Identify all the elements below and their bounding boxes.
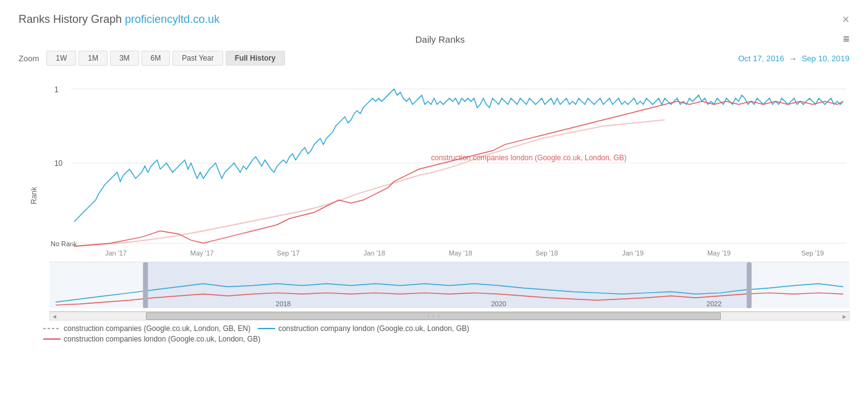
svg-text:No Rank: No Rank: [51, 240, 77, 247]
svg-rect-19: [747, 262, 752, 308]
legend-label-3: construction company london (Google.co.u…: [278, 324, 469, 333]
zoom-btn-3m[interactable]: 3M: [110, 51, 139, 66]
svg-text:construction companies london : construction companies london (Google.co…: [431, 153, 626, 162]
svg-text:2018: 2018: [276, 300, 291, 307]
legend-line-red: [43, 338, 61, 340]
legend-label-2: construction companies london (Google.co…: [64, 335, 260, 343]
domain-link[interactable]: proficiencyltd.co.uk: [125, 13, 219, 25]
zoom-row: Zoom 1W 1M 3M 6M Past Year Full History …: [19, 51, 849, 66]
zoom-label: Zoom: [19, 54, 39, 63]
legend-area: construction companies (Google.co.uk, Lo…: [19, 324, 849, 343]
chart-title: Daily Ranks: [37, 34, 843, 45]
scrollbar-thumb[interactable]: ⋮⋮⋮: [146, 312, 721, 320]
chart-svg: 1 10 No Rank Jan '17 May '17 Sep '17 Jan…: [49, 71, 849, 262]
svg-text:2020: 2020: [491, 300, 506, 307]
legend-line-blue: [258, 328, 275, 329]
svg-text:Jan '17: Jan '17: [105, 249, 127, 257]
zoom-btn-1m[interactable]: 1M: [79, 51, 108, 66]
hamburger-icon[interactable]: ≡: [843, 33, 849, 46]
legend-row-2: construction companies london (Google.co…: [43, 335, 849, 343]
zoom-btn-full-history[interactable]: Full History: [226, 51, 285, 66]
svg-text:May '17: May '17: [190, 249, 214, 257]
svg-text:Jan '19: Jan '19: [622, 249, 644, 257]
svg-text:Jan '18: Jan '18: [364, 249, 385, 257]
main-container: Ranks History Graph proficiencyltd.co.uk…: [0, 0, 868, 417]
zoom-controls: Zoom 1W 1M 3M 6M Past Year Full History: [19, 51, 285, 66]
svg-text:Sep '19: Sep '19: [801, 249, 824, 257]
svg-text:Sep '17: Sep '17: [277, 249, 300, 257]
y-axis-label: Rank: [30, 187, 38, 204]
svg-text:2022: 2022: [707, 300, 721, 307]
date-range: Oct 17, 2016 → Sep 10, 2019: [738, 54, 849, 63]
svg-text:May '18: May '18: [449, 249, 472, 257]
date-to[interactable]: Sep 10, 2019: [802, 54, 849, 63]
main-chart: 1 10 No Rank Jan '17 May '17 Sep '17 Jan…: [49, 71, 849, 262]
legend-row-1: construction companies (Google.co.uk, Lo…: [43, 324, 849, 333]
svg-text:10: 10: [54, 159, 63, 168]
zoom-btn-6m[interactable]: 6M: [142, 51, 171, 66]
legend-label-1: construction companies (Google.co.uk, Lo…: [64, 324, 250, 333]
page-title: Ranks History Graph proficiencyltd.co.uk: [19, 13, 219, 26]
close-button[interactable]: ×: [842, 12, 849, 27]
legend-item-2: construction companies london (Google.co…: [43, 335, 260, 343]
navigator: 2018 2020 2022: [49, 262, 849, 312]
legend-item-3: construction company london (Google.co.u…: [258, 324, 469, 333]
svg-text:1: 1: [54, 85, 59, 94]
zoom-btn-1w[interactable]: 1W: [46, 51, 76, 66]
svg-text:Sep '18: Sep '18: [535, 249, 558, 257]
legend-line-dashed: [43, 328, 61, 329]
svg-text:May '19: May '19: [707, 249, 731, 257]
zoom-btn-past-year[interactable]: Past Year: [172, 51, 223, 66]
scrollbar[interactable]: ◄ ⋮⋮⋮ ►: [49, 312, 849, 320]
legend-item-1: construction companies (Google.co.uk, Lo…: [43, 324, 250, 333]
title-text: Ranks History Graph: [19, 13, 122, 25]
date-from[interactable]: Oct 17, 2016: [738, 54, 784, 63]
svg-rect-18: [143, 262, 148, 308]
header: Ranks History Graph proficiencyltd.co.uk…: [19, 12, 849, 27]
chart-title-row: Daily Ranks ≡: [19, 33, 849, 46]
